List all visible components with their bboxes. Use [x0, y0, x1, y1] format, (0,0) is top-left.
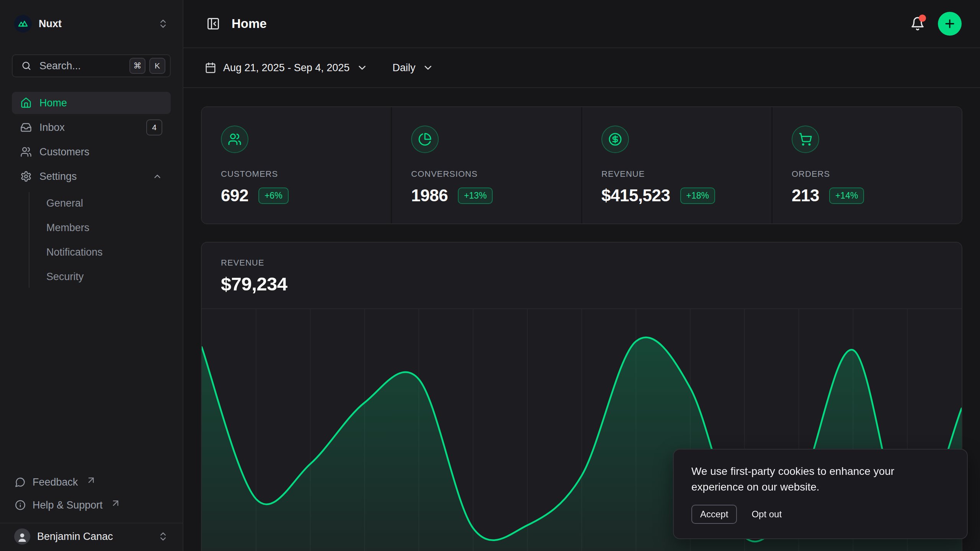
external-link-icon: [110, 498, 121, 509]
cookie-actions: Accept Opt out: [691, 505, 949, 524]
inbox-count-badge: 4: [146, 119, 162, 135]
stat-card-customers[interactable]: CUSTOMERS 692 +6%: [202, 107, 391, 223]
sidebar-item-label: Home: [39, 97, 67, 109]
revenue-chart-label: REVENUE: [221, 258, 942, 268]
stat-value: 213: [792, 186, 819, 205]
chevrons-up-down-icon: [158, 531, 168, 542]
feedback-link[interactable]: Feedback: [12, 471, 171, 493]
sidebar-item-settings[interactable]: Settings: [12, 165, 171, 187]
sidebar-item-security[interactable]: Security: [42, 266, 171, 288]
settings-subnav: General Members Notifications Security: [29, 192, 171, 288]
accept-button[interactable]: Accept: [691, 505, 737, 524]
stat-card-conversions[interactable]: CONVERSIONS 1986 +13%: [392, 107, 581, 223]
sidebar-item-customers[interactable]: Customers: [12, 141, 171, 163]
sidebar-collapse-button[interactable]: [205, 15, 222, 32]
home-icon: [20, 97, 32, 109]
date-range-picker[interactable]: Aug 21, 2025 - Sep 4, 2025: [205, 62, 368, 74]
cart-icon: [799, 132, 812, 146]
search-input[interactable]: Search... ⌘ K: [12, 54, 171, 77]
stat-icon-wrap: [221, 126, 248, 153]
nuxt-logo: [14, 15, 32, 33]
sidebar-item-home[interactable]: Home: [12, 92, 171, 114]
filters-toolbar: Aug 21, 2025 - Sep 4, 2025 Daily: [183, 48, 980, 88]
plus-icon: [943, 17, 956, 30]
sidebar-item-label: Inbox: [39, 122, 65, 134]
inbox-icon: [20, 122, 32, 133]
search-shortcut: ⌘ K: [129, 58, 165, 74]
sidebar-item-members[interactable]: Members: [42, 217, 171, 239]
stat-value: $415,523: [601, 186, 670, 205]
chevron-up-icon: [152, 171, 162, 181]
stat-card-revenue[interactable]: REVENUE $415,523 +18%: [582, 107, 771, 223]
sidebar-item-label: Customers: [39, 146, 90, 158]
stat-icon-wrap: [601, 126, 629, 153]
revenue-chart-header: REVENUE $79,234: [202, 243, 962, 308]
stat-delta-badge: +18%: [680, 187, 715, 204]
panel-left-close-icon: [206, 17, 220, 31]
add-button[interactable]: [938, 12, 962, 36]
sidebar-item-label: Settings: [39, 171, 77, 183]
calendar-icon: [205, 62, 216, 73]
sidebar-item-notifications[interactable]: Notifications: [42, 241, 171, 263]
stat-value: 692: [221, 186, 248, 205]
stat-label: CUSTOMERS: [221, 169, 372, 179]
notifications-button[interactable]: [909, 15, 926, 33]
sidebar: Nuxt Search... ⌘ K Home Inbox 4 Cu: [0, 0, 183, 551]
chevron-down-icon: [356, 62, 368, 73]
revenue-chart-total: $79,234: [221, 273, 942, 295]
user-name: Benjamin Canac: [37, 531, 113, 543]
search-icon: [21, 60, 32, 71]
avatar: [14, 528, 30, 544]
circle-dollar-icon: [608, 132, 622, 146]
notification-dot: [919, 15, 926, 22]
stats-grid: CUSTOMERS 692 +6% CONVERSIONS 1986 +13%: [201, 106, 962, 224]
help-support-label: Help & Support: [33, 499, 103, 511]
users-icon: [20, 146, 32, 158]
date-range-value: Aug 21, 2025 - Sep 4, 2025: [223, 62, 350, 74]
sidebar-subitem-label: Security: [46, 271, 84, 283]
sidebar-nav: Home Inbox 4 Customers Settings General: [12, 92, 171, 288]
stat-label: CONVERSIONS: [411, 169, 562, 179]
sidebar-item-general[interactable]: General: [42, 192, 171, 214]
cookie-message: We use first-party cookies to enhance yo…: [691, 463, 940, 495]
kbd-cmd: ⌘: [129, 58, 145, 74]
page-header: Home: [183, 0, 980, 48]
stat-label: REVENUE: [601, 169, 752, 179]
user-menu[interactable]: Benjamin Canac: [0, 523, 183, 551]
opt-out-button[interactable]: Opt out: [751, 509, 782, 520]
users-icon: [228, 132, 242, 146]
chevrons-up-down-icon: [158, 18, 168, 29]
period-value: Daily: [392, 62, 415, 74]
page-title: Home: [232, 16, 267, 31]
message-circle-icon: [15, 477, 26, 487]
sidebar-item-inbox[interactable]: Inbox 4: [12, 116, 171, 139]
sidebar-spacer: [12, 288, 171, 471]
stat-card-orders[interactable]: ORDERS 213 +14%: [773, 107, 962, 223]
stat-icon-wrap: [792, 126, 819, 153]
external-link-icon: [86, 475, 96, 486]
app-root: Nuxt Search... ⌘ K Home Inbox 4 Cu: [0, 0, 980, 551]
period-select[interactable]: Daily: [392, 62, 434, 74]
kbd-k: K: [149, 58, 165, 74]
pie-chart-icon: [418, 132, 432, 146]
stat-delta-badge: +6%: [258, 187, 289, 204]
chevron-down-icon: [422, 62, 434, 73]
workspace-selector[interactable]: Nuxt: [12, 14, 171, 34]
gear-icon: [20, 171, 32, 182]
help-support-link[interactable]: Help & Support: [12, 494, 171, 516]
stat-delta-badge: +13%: [458, 187, 493, 204]
info-circle-icon: [15, 500, 26, 510]
feedback-label: Feedback: [33, 476, 78, 488]
stat-value: 1986: [411, 186, 448, 205]
stat-label: ORDERS: [792, 169, 942, 179]
cookie-banner: We use first-party cookies to enhance yo…: [673, 449, 968, 539]
stat-delta-badge: +14%: [829, 187, 864, 204]
header-actions: [909, 12, 962, 36]
workspace-name: Nuxt: [39, 18, 62, 30]
sidebar-subitem-label: Members: [46, 222, 90, 234]
sidebar-subitem-label: Notifications: [46, 246, 103, 258]
sidebar-footer-links: Feedback Help & Support: [12, 471, 171, 520]
sidebar-subitem-label: General: [46, 197, 83, 209]
stat-icon-wrap: [411, 126, 439, 153]
search-placeholder: Search...: [39, 60, 122, 72]
